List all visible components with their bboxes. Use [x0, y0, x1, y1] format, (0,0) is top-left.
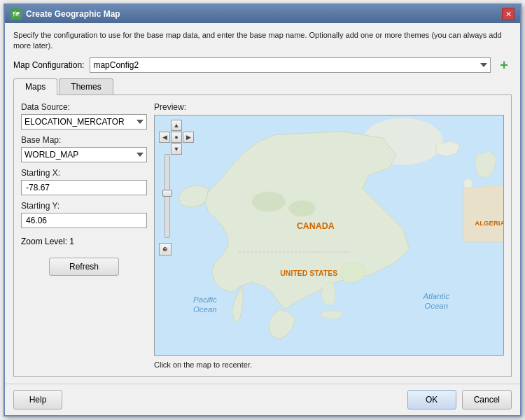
us-label: UNITED STATES [280, 268, 337, 276]
atlantic-ocean-label: Atlantic [422, 292, 449, 300]
nav-down-button[interactable]: ▼ [171, 144, 182, 155]
starting-x-input[interactable] [21, 180, 147, 195]
starting-y-group: Starting Y: [21, 201, 147, 228]
nav-row-middle: ◀ ● ▶ [159, 132, 194, 143]
zoom-slider [164, 154, 170, 238]
starting-y-label: Starting Y: [21, 201, 147, 211]
footer-left: Help [13, 390, 62, 410]
close-button[interactable]: ✕ [502, 8, 514, 20]
nav-up-button[interactable]: ▲ [171, 120, 182, 131]
click-hint: Click on the map to recenter. [154, 360, 504, 369]
data-source-select[interactable]: ELOCATION_MERCATOR [21, 114, 147, 130]
dialog-footer: Help OK Cancel [5, 384, 520, 415]
ok-button[interactable]: OK [407, 390, 456, 410]
base-map-label: Base Map: [21, 135, 147, 145]
map-config-select[interactable]: mapConfig2 [90, 57, 491, 73]
footer-right: OK Cancel [407, 390, 512, 410]
create-geographic-map-dialog: 🗺 Create Geographic Map ✕ Specify the co… [4, 4, 522, 416]
description-text: Specify the configuration to use for the… [13, 30, 512, 52]
left-panel: Data Source: ELOCATION_MERCATOR Base Map… [21, 102, 147, 369]
map-config-label: Map Configuration: [13, 60, 84, 70]
nav-left-button[interactable]: ◀ [159, 132, 170, 143]
tabs-container: Maps Themes Data Source: ELOCATION_MERCA… [13, 78, 512, 377]
starting-x-group: Starting X: [21, 168, 147, 195]
nav-row-top: ▲ [159, 120, 194, 131]
svg-point-4 [289, 200, 316, 216]
nav-center-button[interactable]: ● [171, 132, 182, 143]
nav-row-bottom: ▼ [159, 144, 194, 155]
tab-content-maps: Data Source: ELOCATION_MERCATOR Base Map… [13, 95, 512, 377]
base-map-group: Base Map: WORLD_MAP [21, 135, 147, 162]
help-button[interactable]: Help [13, 390, 62, 410]
cancel-button[interactable]: Cancel [462, 390, 512, 410]
map-nav-controls: ▲ ◀ ● ▶ ▼ [159, 120, 194, 155]
svg-point-3 [252, 192, 286, 212]
base-map-select[interactable]: WORLD_MAP [21, 147, 147, 162]
tab-maps[interactable]: Maps [13, 78, 57, 95]
pacific-ocean-label: Pacific [193, 295, 217, 304]
map-config-row: Map Configuration: mapConfig2 + [13, 57, 512, 73]
starting-y-input[interactable] [21, 213, 147, 228]
data-source-group: Data Source: ELOCATION_MERCATOR [21, 102, 147, 130]
svg-text:Ocean: Ocean [193, 305, 217, 314]
add-theme-button[interactable]: + [496, 57, 512, 73]
tab-row: Maps Themes [13, 78, 512, 95]
zoom-level-label: Zoom Level: 1 [21, 237, 147, 246]
title-bar: 🗺 Create Geographic Map ✕ [5, 5, 520, 23]
map-svg: CANADA UNITED STATES Pacific Ocean Atlan… [155, 115, 503, 355]
recenter-button[interactable]: ⊕ [159, 243, 172, 255]
zoom-slider-thumb[interactable] [162, 190, 172, 197]
starting-x-label: Starting X: [21, 168, 147, 178]
preview-label: Preview: [154, 102, 504, 112]
title-bar-left: 🗺 Create Geographic Map [10, 8, 120, 20]
refresh-button[interactable]: Refresh [49, 258, 119, 276]
right-panel: Preview: ▲ ◀ ● [154, 102, 504, 369]
svg-text:Ocean: Ocean [424, 302, 448, 310]
nav-right-button[interactable]: ▶ [183, 132, 194, 143]
tab-themes[interactable]: Themes [59, 78, 113, 94]
algeria-label: ALGERIA [475, 219, 503, 227]
dialog-title: Create Geographic Map [26, 9, 120, 19]
dialog-body: Specify the configuration to use for the… [5, 23, 520, 384]
maps-panel: Data Source: ELOCATION_MERCATOR Base Map… [21, 102, 504, 369]
canada-label: CANADA [297, 220, 335, 230]
map-preview[interactable]: ▲ ◀ ● ▶ ▼ [154, 115, 504, 356]
zoom-slider-track[interactable] [164, 154, 170, 238]
data-source-label: Data Source: [21, 102, 147, 112]
dialog-icon: 🗺 [10, 8, 22, 20]
